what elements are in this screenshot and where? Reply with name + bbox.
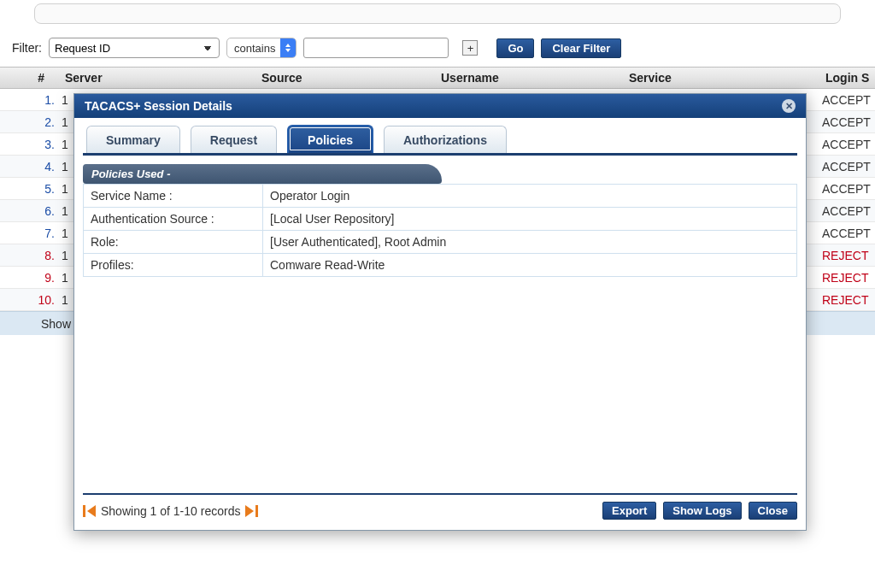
policies-section-title: Policies Used - bbox=[83, 164, 442, 184]
row-login-status: REJECT bbox=[820, 271, 875, 285]
filter-field-select[interactable]: Request ID bbox=[49, 38, 220, 58]
row-index: 1. bbox=[0, 93, 60, 107]
table-footer-text: Show bbox=[41, 317, 71, 331]
row-index: 9. bbox=[0, 271, 60, 285]
row-index: 5. bbox=[0, 182, 60, 196]
col-server: Server bbox=[60, 71, 256, 85]
policy-key: Authentication Source : bbox=[84, 208, 263, 230]
top-search-hint bbox=[34, 3, 841, 24]
add-filter-button[interactable]: + bbox=[462, 40, 478, 56]
policy-value: [Local User Repository] bbox=[263, 208, 796, 230]
col-username: Username bbox=[436, 71, 624, 85]
filter-row: Filter: Request ID contains + Go Clear F… bbox=[0, 32, 875, 67]
tab-summary[interactable]: Summary bbox=[86, 126, 180, 153]
col-source: Source bbox=[256, 71, 436, 85]
policy-value: Operator Login bbox=[263, 185, 796, 207]
row-index: 7. bbox=[0, 226, 60, 240]
row-login-status: ACCEPT bbox=[820, 138, 875, 151]
pager: Showing 1 of 1-10 records bbox=[83, 504, 258, 518]
row-login-status: ACCEPT bbox=[820, 160, 875, 173]
row-login-status: ACCEPT bbox=[820, 115, 875, 129]
filter-value-input[interactable] bbox=[303, 38, 449, 58]
row-index: 4. bbox=[0, 160, 60, 173]
session-details-modal: TACACS+ Session Details ✕ SummaryRequest… bbox=[73, 93, 807, 531]
go-button[interactable]: Go bbox=[496, 38, 534, 58]
policy-row: Authentication Source :[Local User Repos… bbox=[84, 207, 796, 230]
close-button[interactable]: Close bbox=[749, 502, 797, 520]
tab-request[interactable]: Request bbox=[191, 126, 277, 153]
policy-row: Service Name :Operator Login bbox=[84, 184, 796, 207]
pager-next-icon[interactable] bbox=[245, 505, 254, 517]
row-login-status: ACCEPT bbox=[820, 182, 875, 196]
row-login-status: REJECT bbox=[820, 293, 875, 307]
row-index: 10. bbox=[0, 293, 60, 307]
policy-row: Profiles:Comware Read-Write bbox=[84, 253, 796, 276]
row-login-status: REJECT bbox=[820, 249, 875, 262]
modal-title-text: TACACS+ Session Details bbox=[85, 99, 232, 113]
row-index: 3. bbox=[0, 138, 60, 151]
policy-key: Service Name : bbox=[84, 185, 263, 207]
policies-table: Service Name :Operator LoginAuthenticati… bbox=[83, 184, 797, 277]
row-index: 2. bbox=[0, 115, 60, 129]
modal-footer: Showing 1 of 1-10 records Export Show Lo… bbox=[83, 493, 797, 530]
clear-filter-button[interactable]: Clear Filter bbox=[541, 38, 621, 58]
col-login-status: Login S bbox=[820, 71, 875, 85]
modal-tabs: SummaryRequestPoliciesAuthorizations bbox=[83, 125, 797, 156]
row-login-status: ACCEPT bbox=[820, 93, 875, 107]
policy-value: [User Authenticated], Root Admin bbox=[263, 231, 796, 253]
policy-key: Profiles: bbox=[84, 254, 263, 276]
row-index: 8. bbox=[0, 249, 60, 262]
filter-label: Filter: bbox=[12, 41, 42, 55]
filter-operator-select[interactable]: contains bbox=[226, 38, 297, 58]
policy-row: Role:[User Authenticated], Root Admin bbox=[84, 230, 796, 253]
row-index: 6. bbox=[0, 204, 60, 218]
dropdown-caret-icon bbox=[280, 38, 296, 57]
row-login-status: ACCEPT bbox=[820, 226, 875, 240]
close-icon[interactable]: ✕ bbox=[782, 99, 796, 113]
row-login-status: ACCEPT bbox=[820, 204, 875, 218]
export-button[interactable]: Export bbox=[602, 502, 656, 520]
col-idx: # bbox=[0, 71, 60, 85]
tab-policies[interactable]: Policies bbox=[287, 125, 373, 153]
tab-authorizations[interactable]: Authorizations bbox=[384, 126, 507, 153]
col-service: Service bbox=[624, 71, 820, 85]
pager-text: Showing 1 of 1-10 records bbox=[101, 504, 240, 518]
filter-operator-value: contains bbox=[234, 42, 275, 55]
pager-first-icon[interactable] bbox=[83, 505, 85, 517]
policy-value: Comware Read-Write bbox=[263, 254, 796, 276]
table-header-row: # Server Source Username Service Login S bbox=[0, 67, 875, 89]
pager-prev-icon[interactable] bbox=[87, 505, 96, 517]
pager-last-icon[interactable] bbox=[255, 505, 258, 517]
policy-key: Role: bbox=[84, 231, 263, 253]
modal-titlebar: TACACS+ Session Details ✕ bbox=[74, 94, 806, 118]
show-logs-button[interactable]: Show Logs bbox=[663, 502, 741, 520]
